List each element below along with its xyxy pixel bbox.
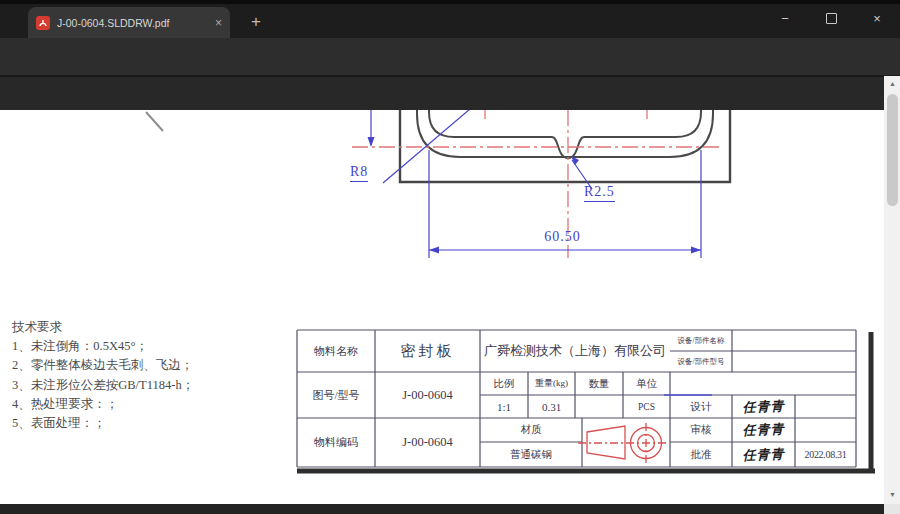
pdf-toolbar: 1 /1 − + ⟳ A) bbox=[0, 76, 884, 110]
dimension-width: 60.50 bbox=[515, 229, 610, 245]
tab-title: J-00-0604.SLDDRW.pdf bbox=[57, 17, 209, 29]
browser-window: J-00-0604.SLDDRW.pdf × + − × ← ⟳ ⌂ i 文件 … bbox=[0, 0, 900, 514]
material-label: 材质 bbox=[480, 418, 582, 442]
minimize-button[interactable]: − bbox=[762, 0, 808, 36]
scale-label: 比例 bbox=[480, 372, 528, 395]
dimension-r8: R8 bbox=[350, 164, 368, 182]
tech-item: 1、未注倒角：0.5X45°； bbox=[12, 337, 292, 356]
drawing-no-value: J-00-0604 bbox=[375, 372, 480, 418]
maximize-icon bbox=[826, 13, 837, 24]
tab-close-icon[interactable]: × bbox=[215, 16, 222, 30]
viewer-background bbox=[0, 504, 884, 514]
tech-item: 3、未注形位公差按GB/T1184-h； bbox=[12, 376, 292, 395]
scrollbar-corner bbox=[884, 504, 900, 514]
scroll-down-icon[interactable]: ▼ bbox=[888, 491, 897, 498]
unit-label: 单位 bbox=[623, 372, 670, 395]
material-code-value: J-00-0604 bbox=[375, 418, 480, 467]
tech-item: 4、热处理要求：； bbox=[12, 395, 292, 414]
scale-value: 1:1 bbox=[480, 395, 528, 418]
weight-value: 0.31 bbox=[528, 395, 575, 418]
quantity-label: 数量 bbox=[575, 372, 623, 395]
tech-item: 2、零件整体棱边去毛刺、飞边； bbox=[12, 356, 292, 375]
material-name-label: 物料名称 bbox=[297, 330, 375, 372]
unit-value: PCS bbox=[623, 395, 670, 418]
drawing-no-label: 图号/型号 bbox=[297, 372, 375, 418]
close-window-button[interactable]: × bbox=[854, 0, 900, 36]
tab-pdf[interactable]: J-00-0604.SLDDRW.pdf × bbox=[28, 7, 230, 38]
approve-signature: 任青青 bbox=[732, 441, 796, 468]
check-label: 审核 bbox=[670, 418, 732, 442]
address-bar: ← ⟳ ⌂ i 文件 D:/PLM/GUANGS/client/working/… bbox=[0, 38, 900, 76]
approve-date: 2022.08.31 bbox=[795, 442, 856, 467]
material-name-value: 密封板 bbox=[375, 330, 480, 372]
maximize-button[interactable] bbox=[808, 0, 854, 36]
scroll-up-icon[interactable]: ▲ bbox=[888, 80, 897, 87]
pdf-file-icon bbox=[36, 16, 50, 30]
design-signature: 任青青 bbox=[732, 394, 796, 419]
equipment-name-label: 设备/部件名称 bbox=[670, 330, 732, 351]
equipment-model-label: 设备/部件型号 bbox=[670, 351, 732, 372]
material-code-label: 物料编码 bbox=[297, 418, 375, 467]
weight-label: 重量(kg) bbox=[528, 372, 575, 395]
new-tab-button[interactable]: + bbox=[243, 9, 269, 35]
technical-requirements: 技术要求 1、未注倒角：0.5X45°； 2、零件整体棱边去毛刺、飞边； 3、未… bbox=[12, 318, 292, 433]
tab-bar: J-00-0604.SLDDRW.pdf × + − × bbox=[0, 0, 900, 38]
check-signature: 任青青 bbox=[732, 417, 796, 443]
scrollbar-thumb[interactable] bbox=[887, 94, 898, 206]
tech-title: 技术要求 bbox=[12, 318, 292, 337]
approve-label: 批准 bbox=[670, 442, 732, 467]
tech-item: 5、表面处理：； bbox=[12, 414, 292, 433]
design-label: 设计 bbox=[670, 395, 732, 418]
company-name: 广舜检测技术（上海）有限公司 bbox=[480, 330, 670, 372]
material-value: 普通碳钢 bbox=[480, 442, 582, 467]
dimension-r2-5: R2.5 bbox=[584, 184, 615, 202]
